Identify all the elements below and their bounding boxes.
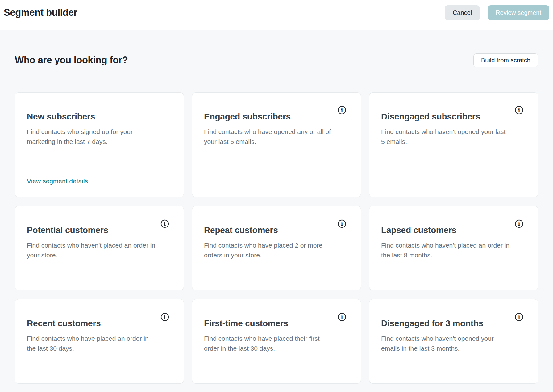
segment-card[interactable]: i First-time customers Find contacts who…: [192, 299, 361, 384]
svg-text:i: i: [164, 314, 166, 320]
segment-card-title: Potential customers: [27, 225, 172, 236]
segment-card-title: Recent customers: [27, 318, 172, 329]
segment-card[interactable]: New subscribers Find contacts who signed…: [15, 92, 184, 197]
segment-card-description: Find contacts who haven't opened your em…: [381, 334, 511, 353]
section-heading: Who are you looking for?: [15, 55, 128, 66]
svg-text:i: i: [341, 221, 343, 227]
view-segment-details-link[interactable]: View segment details: [27, 177, 88, 185]
info-icon[interactable]: i: [160, 312, 169, 322]
section-header: Who are you looking for? Build from scra…: [15, 53, 538, 67]
cancel-button[interactable]: Cancel: [445, 5, 480, 20]
svg-text:i: i: [518, 221, 520, 227]
main-content: Who are you looking for? Build from scra…: [0, 53, 553, 384]
info-icon[interactable]: i: [337, 312, 347, 322]
segment-card-title: Lapsed customers: [381, 225, 526, 236]
segment-card-title: Repeat customers: [204, 225, 349, 236]
svg-text:i: i: [518, 107, 520, 113]
segment-card[interactable]: i Recent customers Find contacts who hav…: [15, 299, 184, 384]
segment-card-description: Find contacts who signed up for your mar…: [27, 127, 156, 147]
info-icon[interactable]: i: [160, 219, 169, 228]
build-from-scratch-button[interactable]: Build from scratch: [473, 53, 538, 67]
segment-card-description: Find contacts who have placed their firs…: [204, 334, 334, 353]
segment-card-title: New subscribers: [27, 111, 172, 122]
info-icon[interactable]: i: [514, 106, 524, 115]
top-bar: Segment builder Cancel Review segment: [0, 0, 553, 30]
segment-card[interactable]: i Lapsed customers Find contacts who hav…: [369, 206, 538, 290]
segment-card-description: Find contacts who have opened any or all…: [204, 127, 334, 147]
segment-card[interactable]: i Repeat customers Find contacts who hav…: [192, 206, 361, 290]
svg-text:i: i: [341, 107, 343, 113]
info-icon[interactable]: i: [337, 106, 347, 115]
segment-card[interactable]: i Potential customers Find contacts who …: [15, 206, 184, 290]
review-segment-button[interactable]: Review segment: [488, 5, 549, 20]
segment-card-title: First-time customers: [204, 318, 349, 329]
segment-card-description: Find contacts who have placed an order i…: [27, 334, 156, 353]
segment-card-description: Find contacts who haven't placed an orde…: [27, 240, 156, 260]
segment-cards-grid: New subscribers Find contacts who signed…: [15, 92, 538, 384]
page-title: Segment builder: [4, 7, 77, 18]
svg-text:i: i: [164, 221, 166, 227]
segment-card-title: Disengaged for 3 months: [381, 318, 526, 329]
segment-builder-page: Segment builder Cancel Review segment Wh…: [0, 0, 553, 384]
svg-text:i: i: [518, 314, 520, 320]
segment-card-title: Engaged subscribers: [204, 111, 349, 122]
segment-card-title: Disengaged subscribers: [381, 111, 526, 122]
svg-text:i: i: [341, 314, 343, 320]
top-bar-actions: Cancel Review segment: [445, 5, 549, 20]
segment-card[interactable]: i Disengaged for 3 months Find contacts …: [369, 299, 538, 384]
info-icon[interactable]: i: [337, 219, 347, 228]
segment-card[interactable]: i Engaged subscribers Find contacts who …: [192, 92, 361, 197]
info-icon[interactable]: i: [514, 219, 524, 228]
info-icon[interactable]: i: [514, 312, 524, 322]
segment-card-description: Find contacts who haven't opened your la…: [381, 127, 511, 147]
segment-card[interactable]: i Disengaged subscribers Find contacts w…: [369, 92, 538, 197]
segment-card-description: Find contacts who have placed 2 or more …: [204, 240, 334, 260]
segment-card-description: Find contacts who haven't placed an orde…: [381, 240, 511, 260]
